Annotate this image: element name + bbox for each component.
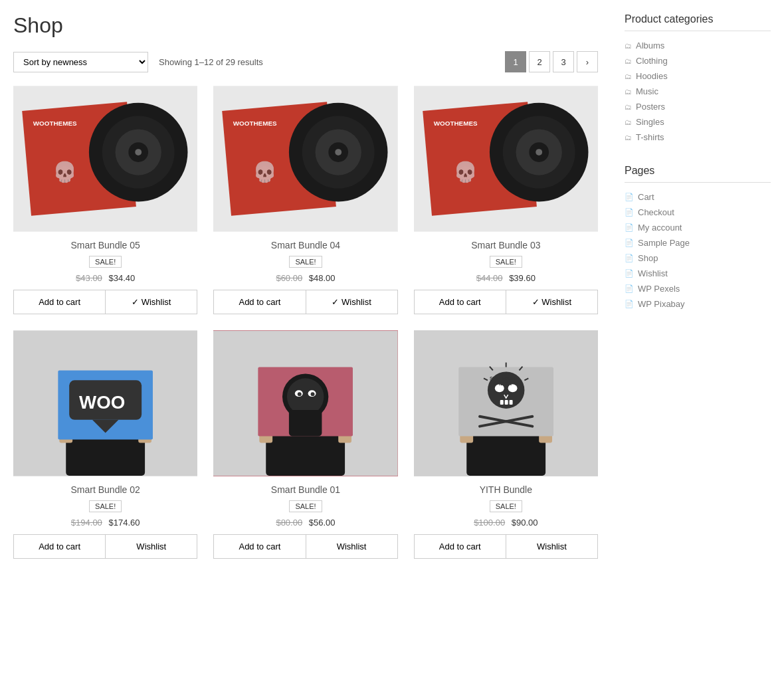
results-count: Showing 1–12 of 29 results xyxy=(159,57,263,67)
category-link-clothing[interactable]: 🗂 Clothing xyxy=(625,56,771,66)
page-link-wppexels[interactable]: 📄 WP Pexels xyxy=(625,284,771,294)
list-item: 🗂 Posters xyxy=(625,99,771,114)
main-content: Shop Sort by newness Sort by price: low … xyxy=(13,13,625,559)
product-actions-1: Add to cart ✓ Wishlist xyxy=(13,290,197,314)
add-to-cart-4[interactable]: Add to cart xyxy=(13,534,106,559)
page-btn-2[interactable]: 2 xyxy=(529,51,550,72)
svg-rect-59 xyxy=(509,400,512,405)
folder-icon: 🗂 xyxy=(625,57,632,65)
sort-select[interactable]: Sort by newness Sort by price: low to hi… xyxy=(13,52,148,72)
svg-text:💀: 💀 xyxy=(253,160,278,184)
svg-point-41 xyxy=(287,378,324,415)
svg-text:WOOTHEMES: WOOTHEMES xyxy=(233,120,277,127)
product-image-3: 💀 WOOTHEMES xyxy=(414,86,598,232)
folder-icon: 🗂 xyxy=(625,88,632,96)
add-to-cart-5[interactable]: Add to cart xyxy=(213,534,306,559)
folder-icon: 🗂 xyxy=(625,134,632,142)
product-title-2: Smart Bundle 04 xyxy=(213,240,397,250)
add-to-cart-1[interactable]: Add to cart xyxy=(13,290,106,314)
shop-toolbar: Sort by newness Sort by price: low to hi… xyxy=(13,51,598,72)
sale-badge-6: SALE! xyxy=(490,500,522,512)
list-item: 📄 Sample Page xyxy=(625,235,771,250)
list-item: 🗂 T-shirts xyxy=(625,130,771,145)
page-icon: 📄 xyxy=(625,300,634,308)
page-link-wishlist[interactable]: 📄 Wishlist xyxy=(625,268,771,278)
page-link-samplepage[interactable]: 📄 Sample Page xyxy=(625,238,771,248)
list-item: 📄 WP Pixabay xyxy=(625,296,771,312)
wishlist-3[interactable]: ✓ Wishlist xyxy=(506,290,598,314)
svg-text:✦ IDEA ✦: ✦ IDEA ✦ xyxy=(493,381,518,387)
toolbar-left: Sort by newness Sort by price: low to hi… xyxy=(13,52,263,72)
page-icon: 📄 xyxy=(625,254,634,262)
category-link-hoodies[interactable]: 🗂 Hoodies xyxy=(625,71,771,81)
list-item: 📄 Wishlist xyxy=(625,266,771,281)
page-btn-next[interactable]: › xyxy=(577,51,598,72)
add-to-cart-2[interactable]: Add to cart xyxy=(213,290,306,314)
product-card-1: 💀 WOOTHEMES Smart Bundle 05 SALE! $43.00… xyxy=(13,86,197,314)
svg-text:WOOTHEMES: WOOTHEMES xyxy=(33,120,77,127)
sidebar-categories: Product categories 🗂 Albums 🗂 Clothing xyxy=(625,13,771,145)
svg-text:WOO: WOO xyxy=(79,392,125,413)
svg-rect-58 xyxy=(504,400,508,405)
product-title-4: Smart Bundle 02 xyxy=(13,484,197,495)
product-actions-2: Add to cart ✓ Wishlist xyxy=(213,290,397,314)
wishlist-4[interactable]: Wishlist xyxy=(106,534,197,559)
list-item: 🗂 Clothing xyxy=(625,53,771,68)
svg-point-44 xyxy=(298,392,302,396)
sale-badge-5: SALE! xyxy=(289,500,322,512)
folder-icon: 🗂 xyxy=(625,103,632,111)
wishlist-1[interactable]: ✓ Wishlist xyxy=(106,290,197,314)
sidebar-pages: Pages 📄 Cart 📄 Checkout 📄 xyxy=(625,165,771,312)
product-image-1: 💀 WOOTHEMES xyxy=(13,86,197,232)
category-link-albums[interactable]: 🗂 Albums xyxy=(625,41,771,50)
sidebar: Product categories 🗂 Albums 🗂 Clothing xyxy=(625,13,771,559)
product-card-3: 💀 WOOTHEMES Smart Bundle 03 SALE! $44.00… xyxy=(414,86,598,314)
category-link-tshirts[interactable]: 🗂 T-shirts xyxy=(625,132,771,142)
add-to-cart-6[interactable]: Add to cart xyxy=(414,534,506,559)
svg-point-17 xyxy=(336,149,342,155)
page-icon: 📄 xyxy=(625,269,634,278)
page-link-wppixabay[interactable]: 📄 WP Pixabay xyxy=(625,299,771,309)
product-actions-6: Add to cart Wishlist xyxy=(414,534,598,559)
product-title-1: Smart Bundle 05 xyxy=(13,240,197,250)
page-btn-3[interactable]: 3 xyxy=(553,51,574,72)
sale-badge-4: SALE! xyxy=(89,500,122,512)
product-card-2: 💀 WOOTHEMES Smart Bundle 04 SALE! $60.00… xyxy=(213,86,397,314)
svg-rect-57 xyxy=(500,400,503,405)
sale-badge-3: SALE! xyxy=(490,256,522,268)
page-icon: 📄 xyxy=(625,223,634,232)
page-btn-1[interactable]: 1 xyxy=(505,51,526,72)
wishlist-6[interactable]: Wishlist xyxy=(506,534,598,559)
product-actions-3: Add to cart ✓ Wishlist xyxy=(414,290,598,314)
page-link-cart[interactable]: 📄 Cart xyxy=(625,192,771,202)
page-link-checkout[interactable]: 📄 Checkout xyxy=(625,207,771,217)
sale-badge-1: SALE! xyxy=(89,256,122,268)
product-image-4: WOO xyxy=(13,330,197,476)
wishlist-5[interactable]: Wishlist xyxy=(306,534,398,559)
product-image-5: W xyxy=(213,330,397,476)
product-title-3: Smart Bundle 03 xyxy=(414,240,598,250)
page-link-shop[interactable]: 📄 Shop xyxy=(625,253,771,263)
product-price-1: $43.00 $34.40 xyxy=(13,273,197,283)
svg-text:💀: 💀 xyxy=(52,160,78,184)
product-price-3: $44.00 $39.60 xyxy=(414,273,598,283)
product-price-5: $80.00 $56.00 xyxy=(213,518,397,528)
wishlist-2[interactable]: ✓ Wishlist xyxy=(306,290,398,314)
product-actions-5: Add to cart Wishlist xyxy=(213,534,397,559)
product-title-5: Smart Bundle 01 xyxy=(213,484,397,495)
svg-text:WOOTHEMES: WOOTHEMES xyxy=(433,120,477,127)
svg-rect-36 xyxy=(266,433,345,476)
page-icon: 📄 xyxy=(625,284,634,293)
pages-list: 📄 Cart 📄 Checkout 📄 My account xyxy=(625,189,771,312)
sale-badge-2: SALE! xyxy=(289,256,322,268)
add-to-cart-3[interactable]: Add to cart xyxy=(414,290,506,314)
product-price-2: $60.00 $48.00 xyxy=(213,273,397,283)
category-link-singles[interactable]: 🗂 Singles xyxy=(625,117,771,127)
list-item: 🗂 Music xyxy=(625,84,771,99)
category-link-posters[interactable]: 🗂 Posters xyxy=(625,102,771,112)
product-price-6: $100.00 $90.00 xyxy=(414,518,598,528)
category-link-music[interactable]: 🗂 Music xyxy=(625,86,771,96)
folder-icon: 🗂 xyxy=(625,118,632,126)
page-link-myaccount[interactable]: 📄 My account xyxy=(625,223,771,233)
product-card-6: SHIP YOUR ✦ IDEA ✦ YITH Bundle SALE! $10… xyxy=(414,330,598,559)
